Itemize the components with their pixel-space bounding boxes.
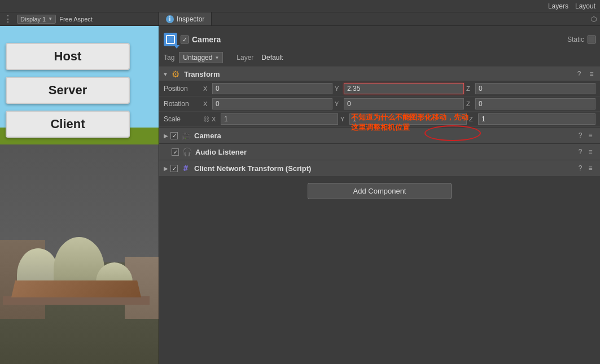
toolbar-dots-icon[interactable]: ⋮ (3, 14, 12, 24)
inspector-tab[interactable]: i Inspector (159, 12, 212, 25)
network-comp-icon: # (181, 163, 191, 173)
inspector-inner: Camera Static Tag Untagged ▼ Layer Defau… (159, 30, 600, 206)
tag-value: Untagged (183, 54, 212, 62)
rotation-label: Rotation (164, 100, 203, 108)
scale-xyz: X Y Z (212, 113, 595, 125)
network-help-button[interactable]: ? (575, 163, 585, 173)
camera-menu-button[interactable]: ≡ (585, 130, 595, 141)
audio-comp-name: Audio Listener (195, 148, 575, 156)
left-panel: ⋮ Display 1 ▼ Free Aspect Host (0, 12, 159, 364)
position-xyz: X Y Z (203, 83, 595, 94)
camera-active-checkbox[interactable] (170, 132, 178, 139)
position-x-input[interactable] (212, 83, 332, 94)
transform-fields: Position X Y Z Rotation (159, 81, 600, 127)
object-active-checkbox[interactable] (181, 36, 189, 43)
scale-row: Scale ⛓ X Y Z (159, 112, 600, 127)
position-y-input[interactable] (344, 83, 464, 94)
info-icon: i (166, 15, 174, 23)
network-active-checkbox[interactable] (170, 165, 178, 172)
camera-comp-name: Camera (194, 131, 575, 140)
inspector-tab-bar: i Inspector ⬡ (159, 12, 600, 26)
camera-collapse-icon: ▶ (164, 133, 168, 139)
scale-y-input[interactable] (349, 113, 467, 125)
rot-y-label: Y (335, 100, 341, 107)
tag-dropdown[interactable]: Untagged ▼ (179, 52, 223, 63)
top-bar: Layers Layout (0, 0, 600, 12)
position-row: Position X Y Z (159, 81, 600, 97)
object-icon-arrow (174, 45, 179, 49)
rotation-x-input[interactable] (212, 98, 332, 109)
tag-arrow-icon: ▼ (214, 55, 219, 60)
game-viewport: Host Server Client (0, 26, 159, 364)
display-arrow-icon: ▼ (48, 16, 52, 21)
layer-value: Default (261, 54, 283, 62)
transform-actions: ? ≡ (574, 69, 597, 79)
rot-z-label: Z (466, 100, 473, 107)
camera-component-row[interactable]: ▶ 🎥 Camera ? ≡ (159, 127, 600, 143)
rot-x-label: X (203, 100, 210, 107)
audio-help-button[interactable]: ? (575, 147, 585, 157)
rotation-z-input[interactable] (475, 98, 595, 109)
pos-x-label: X (203, 85, 210, 92)
audio-menu-button[interactable]: ≡ (585, 147, 595, 157)
transform-icon: ⚙ (170, 69, 181, 79)
rotation-y-input[interactable] (344, 98, 464, 109)
scale-z-input[interactable] (478, 113, 595, 125)
object-header: Camera Static (159, 30, 600, 49)
sca-x-label: X (212, 116, 218, 122)
audio-listener-component-row[interactable]: 🎧 Audio Listener ? ≡ (159, 143, 600, 160)
transform-section-header[interactable]: ▼ ⚙ Transform ? ≡ (159, 67, 600, 81)
scale-link-icon: ⛓ (203, 116, 209, 122)
tag-layer-row: Tag Untagged ▼ Layer Default (159, 51, 600, 67)
aspect-label[interactable]: Free Aspect (59, 16, 93, 23)
host-button[interactable]: Host (6, 43, 130, 70)
object-name: Camera (192, 35, 564, 44)
rotation-xyz: X Y Z (203, 98, 595, 109)
add-component-button[interactable]: Add Component (308, 183, 452, 199)
static-checkbox[interactable] (588, 36, 595, 43)
inspector-content: Camera Static Tag Untagged ▼ Layer Defau… (159, 26, 600, 364)
tag-label: Tag (164, 54, 174, 62)
rotation-row: Rotation X Y Z (159, 97, 600, 112)
camera-comp-icon: 🎥 (181, 130, 191, 141)
layer-label: Layer (237, 54, 253, 62)
display-label: Display 1 (20, 16, 46, 23)
pos-y-label: Y (335, 85, 341, 92)
roof-peak (11, 280, 141, 297)
transform-collapse-icon: ▼ (163, 71, 168, 77)
object-icon-inner (166, 35, 175, 44)
inspector-panel: i Inspector ⬡ Camera Static (159, 12, 600, 364)
scale-label: Scale (164, 115, 203, 123)
audio-comp-icon: 🎧 (182, 147, 192, 157)
position-label: Position (164, 85, 203, 93)
network-collapse-icon: ▶ (164, 165, 168, 172)
position-z-input[interactable] (475, 83, 595, 94)
network-transform-component-row[interactable]: ▶ # Client Network Transform (Script) ? … (159, 160, 600, 176)
network-comp-name: Client Network Transform (Script) (194, 164, 575, 173)
server-button[interactable]: Server (6, 77, 130, 104)
transform-help-button[interactable]: ? (574, 69, 584, 79)
main-area: ⋮ Display 1 ▼ Free Aspect Host (0, 12, 600, 364)
sca-z-label: Z (469, 116, 476, 122)
audio-active-checkbox[interactable] (172, 148, 179, 156)
object-icon (164, 33, 177, 46)
layout-label[interactable]: Layout (575, 2, 595, 10)
display-dropdown[interactable]: Display 1 ▼ (17, 15, 56, 24)
transform-menu-button[interactable]: ≡ (586, 69, 597, 79)
scale-x-input[interactable] (221, 113, 338, 125)
network-menu-button[interactable]: ≡ (585, 163, 595, 173)
inspector-tab-label: Inspector (177, 15, 204, 23)
layers-label[interactable]: Layers (548, 2, 568, 10)
popout-button[interactable]: ⬡ (588, 13, 600, 25)
game-toolbar: ⋮ Display 1 ▼ Free Aspect (0, 12, 159, 26)
add-component-section: Add Component (159, 176, 600, 206)
hsc-panel: Host Server Client (6, 43, 130, 138)
camera-help-button[interactable]: ? (575, 130, 585, 141)
client-button[interactable]: Client (6, 111, 130, 138)
transform-title: Transform (184, 70, 574, 78)
pos-z-label: Z (466, 85, 473, 92)
sca-y-label: Y (340, 116, 347, 122)
static-label: Static (567, 36, 584, 43)
roof-base (3, 296, 150, 305)
